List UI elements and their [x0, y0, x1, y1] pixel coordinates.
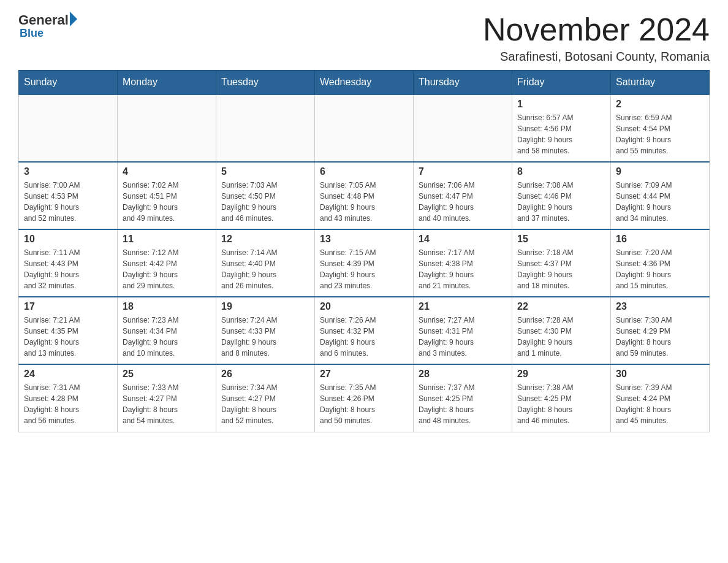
day-info: Sunrise: 7:05 AMSunset: 4:48 PMDaylight:… [320, 180, 408, 224]
day-number: 30 [616, 369, 704, 380]
day-info: Sunrise: 7:33 AMSunset: 4:27 PMDaylight:… [123, 382, 211, 426]
calendar-cell: 24Sunrise: 7:31 AMSunset: 4:28 PMDayligh… [19, 364, 118, 432]
calendar-cell: 15Sunrise: 7:18 AMSunset: 4:37 PMDayligh… [512, 229, 611, 297]
day-number: 17 [24, 301, 112, 312]
day-header-friday: Friday [512, 71, 611, 95]
day-number: 25 [123, 369, 211, 380]
week-row-5: 24Sunrise: 7:31 AMSunset: 4:28 PMDayligh… [19, 364, 710, 432]
calendar-cell: 20Sunrise: 7:26 AMSunset: 4:32 PMDayligh… [315, 297, 414, 364]
day-number: 7 [419, 166, 507, 177]
day-number: 19 [221, 301, 309, 312]
day-info: Sunrise: 7:02 AMSunset: 4:51 PMDaylight:… [123, 180, 211, 224]
day-number: 9 [616, 166, 704, 177]
day-number: 15 [517, 234, 605, 245]
logo-blue: Blue [18, 27, 44, 40]
day-number: 26 [221, 369, 309, 380]
day-number: 1 [517, 99, 605, 110]
day-info: Sunrise: 7:20 AMSunset: 4:36 PMDaylight:… [616, 247, 704, 291]
day-info: Sunrise: 7:06 AMSunset: 4:47 PMDaylight:… [419, 180, 507, 224]
day-info: Sunrise: 7:00 AMSunset: 4:53 PMDaylight:… [24, 180, 112, 224]
day-number: 16 [616, 234, 704, 245]
day-number: 14 [419, 234, 507, 245]
day-info: Sunrise: 7:26 AMSunset: 4:32 PMDaylight:… [320, 315, 408, 359]
calendar-cell: 21Sunrise: 7:27 AMSunset: 4:31 PMDayligh… [414, 297, 512, 364]
day-info: Sunrise: 7:24 AMSunset: 4:33 PMDaylight:… [221, 315, 309, 359]
calendar-cell: 29Sunrise: 7:38 AMSunset: 4:25 PMDayligh… [512, 364, 611, 432]
calendar-header-row: SundayMondayTuesdayWednesdayThursdayFrid… [19, 71, 710, 95]
main-title: November 2024 [483, 12, 710, 47]
day-info: Sunrise: 7:34 AMSunset: 4:27 PMDaylight:… [221, 382, 309, 426]
logo-general: General [18, 12, 69, 28]
day-number: 18 [123, 301, 211, 312]
day-number: 28 [419, 369, 507, 380]
calendar-cell: 19Sunrise: 7:24 AMSunset: 4:33 PMDayligh… [216, 297, 315, 364]
day-header-thursday: Thursday [414, 71, 512, 95]
calendar-cell: 5Sunrise: 7:03 AMSunset: 4:50 PMDaylight… [216, 162, 315, 229]
calendar-table: SundayMondayTuesdayWednesdayThursdayFrid… [18, 70, 710, 432]
calendar-cell: 22Sunrise: 7:28 AMSunset: 4:30 PMDayligh… [512, 297, 611, 364]
logo-triangle-icon [70, 12, 77, 26]
day-info: Sunrise: 7:17 AMSunset: 4:38 PMDaylight:… [419, 247, 507, 291]
calendar-cell: 16Sunrise: 7:20 AMSunset: 4:36 PMDayligh… [611, 229, 710, 297]
calendar-cell: 25Sunrise: 7:33 AMSunset: 4:27 PMDayligh… [118, 364, 216, 432]
day-number: 11 [123, 234, 211, 245]
day-info: Sunrise: 6:59 AMSunset: 4:54 PMDaylight:… [616, 112, 704, 156]
day-number: 21 [419, 301, 507, 312]
calendar-cell: 26Sunrise: 7:34 AMSunset: 4:27 PMDayligh… [216, 364, 315, 432]
day-number: 27 [320, 369, 408, 380]
day-number: 20 [320, 301, 408, 312]
day-info: Sunrise: 7:09 AMSunset: 4:44 PMDaylight:… [616, 180, 704, 224]
calendar-cell: 9Sunrise: 7:09 AMSunset: 4:44 PMDaylight… [611, 162, 710, 229]
day-info: Sunrise: 7:18 AMSunset: 4:37 PMDaylight:… [517, 247, 605, 291]
page-header: General Blue November 2024 Sarafinesti, … [18, 12, 710, 64]
calendar-cell: 30Sunrise: 7:39 AMSunset: 4:24 PMDayligh… [611, 364, 710, 432]
calendar-cell [19, 94, 118, 162]
calendar-cell [315, 94, 414, 162]
calendar-cell [118, 94, 216, 162]
day-info: Sunrise: 7:28 AMSunset: 4:30 PMDaylight:… [517, 315, 605, 359]
day-info: Sunrise: 7:30 AMSunset: 4:29 PMDaylight:… [616, 315, 704, 359]
logo-text: General [18, 12, 77, 28]
calendar-cell: 1Sunrise: 6:57 AMSunset: 4:56 PMDaylight… [512, 94, 611, 162]
day-number: 23 [616, 301, 704, 312]
day-number: 24 [24, 369, 112, 380]
day-info: Sunrise: 7:03 AMSunset: 4:50 PMDaylight:… [221, 180, 309, 224]
day-number: 22 [517, 301, 605, 312]
day-info: Sunrise: 7:08 AMSunset: 4:46 PMDaylight:… [517, 180, 605, 224]
week-row-1: 1Sunrise: 6:57 AMSunset: 4:56 PMDaylight… [19, 94, 710, 162]
day-number: 12 [221, 234, 309, 245]
calendar-cell: 2Sunrise: 6:59 AMSunset: 4:54 PMDaylight… [611, 94, 710, 162]
day-info: Sunrise: 7:21 AMSunset: 4:35 PMDaylight:… [24, 315, 112, 359]
day-info: Sunrise: 7:15 AMSunset: 4:39 PMDaylight:… [320, 247, 408, 291]
calendar-cell: 11Sunrise: 7:12 AMSunset: 4:42 PMDayligh… [118, 229, 216, 297]
calendar-cell: 17Sunrise: 7:21 AMSunset: 4:35 PMDayligh… [19, 297, 118, 364]
day-header-sunday: Sunday [19, 71, 118, 95]
calendar-cell: 10Sunrise: 7:11 AMSunset: 4:43 PMDayligh… [19, 229, 118, 297]
day-number: 8 [517, 166, 605, 177]
day-info: Sunrise: 7:14 AMSunset: 4:40 PMDaylight:… [221, 247, 309, 291]
day-header-wednesday: Wednesday [315, 71, 414, 95]
calendar-cell: 12Sunrise: 7:14 AMSunset: 4:40 PMDayligh… [216, 229, 315, 297]
calendar-cell: 14Sunrise: 7:17 AMSunset: 4:38 PMDayligh… [414, 229, 512, 297]
week-row-4: 17Sunrise: 7:21 AMSunset: 4:35 PMDayligh… [19, 297, 710, 364]
week-row-3: 10Sunrise: 7:11 AMSunset: 4:43 PMDayligh… [19, 229, 710, 297]
calendar-cell [414, 94, 512, 162]
calendar-cell: 28Sunrise: 7:37 AMSunset: 4:25 PMDayligh… [414, 364, 512, 432]
day-number: 3 [24, 166, 112, 177]
calendar-cell: 8Sunrise: 7:08 AMSunset: 4:46 PMDaylight… [512, 162, 611, 229]
calendar-cell: 18Sunrise: 7:23 AMSunset: 4:34 PMDayligh… [118, 297, 216, 364]
logo: General Blue [18, 12, 77, 40]
day-header-saturday: Saturday [611, 71, 710, 95]
day-header-tuesday: Tuesday [216, 71, 315, 95]
calendar-cell [216, 94, 315, 162]
day-info: Sunrise: 7:39 AMSunset: 4:24 PMDaylight:… [616, 382, 704, 426]
subtitle: Sarafinesti, Botosani County, Romania [483, 50, 710, 64]
day-info: Sunrise: 7:38 AMSunset: 4:25 PMDaylight:… [517, 382, 605, 426]
day-info: Sunrise: 7:37 AMSunset: 4:25 PMDaylight:… [419, 382, 507, 426]
day-info: Sunrise: 7:11 AMSunset: 4:43 PMDaylight:… [24, 247, 112, 291]
day-header-monday: Monday [118, 71, 216, 95]
calendar-cell: 27Sunrise: 7:35 AMSunset: 4:26 PMDayligh… [315, 364, 414, 432]
day-number: 10 [24, 234, 112, 245]
calendar-cell: 7Sunrise: 7:06 AMSunset: 4:47 PMDaylight… [414, 162, 512, 229]
title-section: November 2024 Sarafinesti, Botosani Coun… [483, 12, 710, 64]
